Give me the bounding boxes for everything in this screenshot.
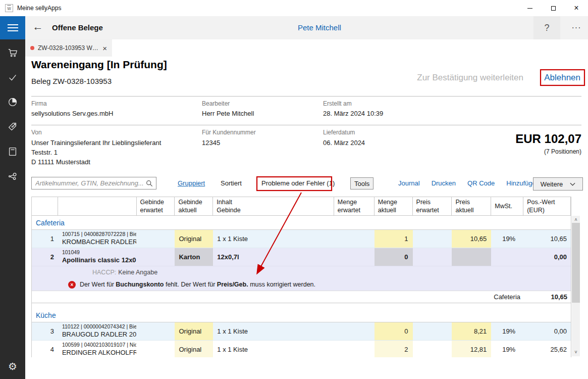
table-row[interactable]: 3110122 | 00000042074342 | Bier…BRAUGOLD… (32, 322, 571, 341)
field-label-firma: Firma (31, 100, 47, 107)
col-header-pos: Pos.-Wert (EUR) (523, 197, 571, 216)
window-title: Meine sellyApps (17, 5, 61, 12)
article-id: 110122 | 00000042074342 | Bier… (62, 323, 137, 330)
cell-preis_akt[interactable] (452, 248, 491, 266)
cell-geb_akt[interactable]: Original (175, 322, 213, 340)
cell-preis_akt[interactable]: 8,21 (452, 322, 491, 340)
close-button[interactable]: × (565, 0, 588, 16)
grouped-toggle[interactable]: Gruppiert (178, 179, 205, 187)
cart-icon[interactable] (7, 46, 19, 59)
hamburger-menu-icon[interactable] (0, 16, 25, 39)
user-name-link[interactable]: Pete Mitchell (298, 23, 341, 32)
scrollbar-thumb[interactable] (572, 223, 580, 303)
tools-button[interactable]: Tools (350, 177, 373, 190)
position-count: (7 Positionen) (544, 148, 581, 155)
cell-preis_akt[interactable]: 12,81 (452, 341, 491, 357)
more-dropdown[interactable]: Weitere (533, 177, 583, 191)
cell-mwst: 19% (491, 322, 523, 340)
group-header: Cafeteria (32, 216, 571, 230)
tag-icon[interactable] (7, 121, 19, 133)
table-row[interactable]: 4100599 | 04002103019107 | Nich…ERDINGER… (32, 341, 571, 357)
cell-inhalt: 1 x 1 Kiste (213, 322, 334, 340)
gear-icon[interactable]: ⚙ (0, 358, 25, 375)
share-network-icon[interactable] (7, 170, 19, 182)
article-name: KROMBACHER RADLER 2… (62, 238, 137, 247)
cell-menge_akt[interactable]: 1 (375, 230, 413, 248)
subtotal-value: 10,65 (524, 293, 571, 301)
table-header-row: Gebinde erwartetGebinde aktuellInhalt Ge… (32, 197, 571, 216)
table-row[interactable]: 1100715 | 04008287072228 | Bier…KROMBACH… (32, 230, 571, 248)
sidebar: ⚙ (0, 39, 25, 379)
cell-preis_erw (413, 322, 452, 340)
tab-close-icon[interactable]: × (102, 44, 107, 53)
print-link[interactable]: Drucken (432, 179, 456, 187)
cell-geb_erw (137, 248, 175, 266)
cell-num: 2 (32, 248, 58, 266)
scroll-down-icon[interactable]: v (572, 348, 580, 355)
cell-geb_akt[interactable]: Original (175, 341, 213, 357)
help-icon: ? (544, 23, 549, 33)
search-input[interactable] (32, 177, 146, 189)
cell-num: 3 (32, 322, 58, 340)
cell-desc: 101049Apollinaris classic 12x0,… (58, 248, 137, 266)
cell-pos: 0,00 (523, 248, 571, 266)
cell-menge_erw (334, 322, 375, 340)
cell-pos: 0,00 (523, 322, 571, 340)
table-scrollbar[interactable]: ʌ v (572, 216, 580, 356)
cell-num: 4 (32, 341, 58, 357)
field-label-bearbeiter: Bearbeiter (202, 100, 230, 107)
subtotal-label: Cafeteria (32, 293, 524, 301)
journal-link[interactable]: Journal (398, 179, 420, 187)
back-arrow-icon[interactable]: ← (31, 21, 44, 33)
document-number: Beleg ZW-0328-103953 (31, 77, 112, 85)
field-label-lieferdatum: Lieferdatum (323, 129, 355, 136)
article-name: Apollinaris classic 12x0,… (62, 256, 137, 265)
col-header-mwst: MwSt. (491, 197, 523, 216)
forward-action[interactable]: Zur Bestätigung weiterleiten (417, 73, 523, 83)
group-subtotal: Cafeteria10,65 (32, 291, 571, 303)
field-value-von-line1: Unser Trainingslieferant Ihr Lieblingsli… (31, 138, 161, 148)
error-text: Der Wert für Buchungskonto fehlt. Der We… (80, 281, 315, 288)
cell-preis_erw (413, 248, 452, 266)
field-value-von-line2: Teststr. 1 (31, 148, 58, 158)
document-tab[interactable]: ZW-0328-103953 W… × (25, 39, 112, 57)
cell-geb_akt[interactable]: Karton (175, 248, 213, 266)
cell-preis_akt[interactable]: 10,65 (452, 230, 491, 248)
field-label-erstellt: Erstellt am (323, 100, 352, 107)
title-bar: w Meine sellyApps × (0, 0, 588, 16)
cell-menge_erw (334, 341, 375, 357)
group-header: Küche (32, 308, 571, 322)
document-title: Wareneingang [In Prüfung] (31, 59, 167, 71)
reject-action[interactable]: Ablehnen (544, 73, 580, 83)
cell-mwst (491, 248, 523, 266)
cell-menge_akt[interactable]: 0 (375, 322, 413, 340)
col-header-menge_akt: Menge aktuell (375, 197, 413, 216)
field-value-firma: sellysolutions Serv.ges.mbH (31, 109, 113, 119)
field-value-kundennummer: 12345 (202, 138, 220, 148)
col-header-num (32, 197, 58, 216)
book-icon[interactable] (7, 146, 19, 158)
unsaved-dot-icon (30, 46, 34, 50)
check-icon[interactable] (7, 71, 19, 83)
pie-chart-icon[interactable] (7, 96, 19, 108)
cell-menge_akt[interactable]: 2 (375, 341, 413, 357)
haccp-note: HACCP:Keine Angabe (32, 266, 571, 278)
col-header-inhalt: Inhalt Gebinde (213, 197, 334, 216)
cell-menge_akt[interactable]: 0 (375, 248, 413, 266)
more-options-icon[interactable]: ··· (567, 20, 585, 35)
minimize-button[interactable] (518, 0, 542, 16)
cell-geb_akt[interactable]: Original (175, 230, 213, 248)
page-title: Offene Belege (52, 23, 103, 32)
table-row[interactable]: 2101049Apollinaris classic 12x0,…Karton1… (32, 248, 571, 266)
problems-filter[interactable]: Probleme oder Fehler (1) (261, 179, 335, 187)
app-header: ← Offene Belege Pete Mitchell ? ··· (0, 16, 588, 39)
scroll-up-icon[interactable]: ʌ (572, 216, 580, 223)
cell-geb_erw (137, 322, 175, 340)
qr-code-link[interactable]: QR Code (467, 179, 495, 187)
search-icon[interactable] (146, 180, 153, 187)
sorted-toggle[interactable]: Sortiert (221, 179, 242, 187)
error-row: ×Der Wert für Buchungskonto fehlt. Der W… (32, 278, 571, 291)
tab-label: ZW-0328-103953 W… (38, 44, 98, 52)
help-button[interactable]: ? (533, 16, 560, 39)
maximize-button[interactable] (542, 0, 565, 16)
